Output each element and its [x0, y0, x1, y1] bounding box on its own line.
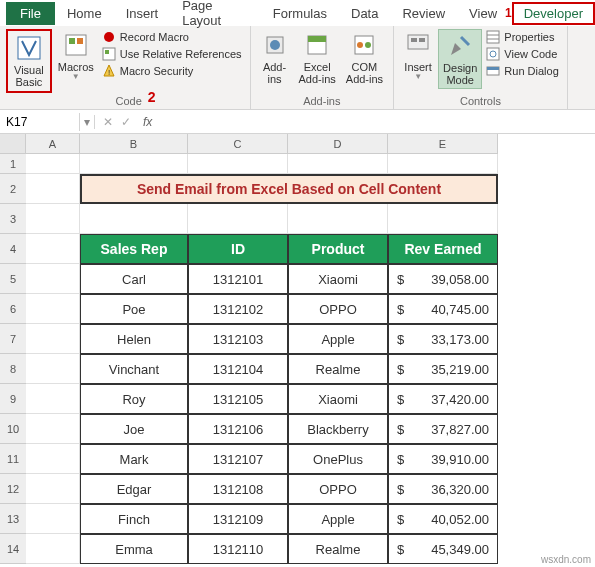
cell[interactable] [188, 204, 288, 234]
cell-sales-rep[interactable]: Finch [80, 504, 188, 534]
row-header[interactable]: 4 [0, 234, 26, 264]
tab-insert[interactable]: Insert [114, 2, 171, 25]
cell[interactable] [188, 154, 288, 174]
cell-product[interactable]: Realme [288, 534, 388, 564]
cell-sales-rep[interactable]: Carl [80, 264, 188, 294]
cell[interactable] [26, 414, 80, 444]
insert-control-button[interactable]: Insert ▼ [400, 29, 436, 84]
use-relative-references-button[interactable]: Use Relative References [100, 46, 244, 62]
visual-basic-button[interactable]: Visual Basic [10, 32, 48, 90]
cell[interactable] [26, 534, 80, 564]
select-all-corner[interactable] [0, 134, 26, 154]
cell-sales-rep[interactable]: Poe [80, 294, 188, 324]
formula-input[interactable] [156, 112, 595, 131]
cell[interactable] [26, 154, 80, 174]
cell[interactable] [388, 154, 498, 174]
cell-product[interactable]: Apple [288, 504, 388, 534]
cell-sales-rep[interactable]: Vinchant [80, 354, 188, 384]
cell-id[interactable]: 1312105 [188, 384, 288, 414]
cell[interactable] [288, 204, 388, 234]
view-code-button[interactable]: View Code [484, 46, 560, 62]
title-cell[interactable]: Send Email from Excel Based on Cell Cont… [80, 174, 498, 204]
header-sales-rep[interactable]: Sales Rep [80, 234, 188, 264]
cell-id[interactable]: 1312101 [188, 264, 288, 294]
cell-rev[interactable]: $33,173.00 [388, 324, 498, 354]
cell-sales-rep[interactable]: Mark [80, 444, 188, 474]
tab-data[interactable]: Data [339, 2, 390, 25]
cancel-formula-icon[interactable]: ✕ [103, 115, 113, 129]
cell-rev[interactable]: $39,910.00 [388, 444, 498, 474]
cell-product[interactable]: Blackberry [288, 414, 388, 444]
cell-rev[interactable]: $37,420.00 [388, 384, 498, 414]
row-header[interactable]: 5 [0, 264, 26, 294]
name-box[interactable] [0, 113, 80, 131]
macros-button[interactable]: Macros ▼ [54, 29, 98, 84]
cell[interactable] [26, 354, 80, 384]
cell[interactable] [26, 324, 80, 354]
row-header[interactable]: 1 [0, 154, 26, 174]
row-header[interactable]: 6 [0, 294, 26, 324]
tab-formulas[interactable]: Formulas [261, 2, 339, 25]
cell[interactable] [26, 474, 80, 504]
cell-rev[interactable]: $40,745.00 [388, 294, 498, 324]
macro-security-button[interactable]: ! Macro Security [100, 63, 244, 79]
cell-sales-rep[interactable]: Helen [80, 324, 188, 354]
row-header[interactable]: 11 [0, 444, 26, 474]
cell-product[interactable]: Xiaomi [288, 264, 388, 294]
design-mode-button[interactable]: Design Mode [438, 29, 482, 89]
row-header[interactable]: 13 [0, 504, 26, 534]
tab-view[interactable]: View [457, 2, 509, 25]
tab-file[interactable]: File [6, 2, 55, 25]
cell-rev[interactable]: $36,320.00 [388, 474, 498, 504]
name-box-dropdown[interactable]: ▾ [80, 115, 95, 129]
header-product[interactable]: Product [288, 234, 388, 264]
row-header[interactable]: 3 [0, 204, 26, 234]
cell[interactable] [26, 504, 80, 534]
cell-sales-rep[interactable]: Edgar [80, 474, 188, 504]
row-header[interactable]: 8 [0, 354, 26, 384]
cell[interactable] [26, 234, 80, 264]
cell-id[interactable]: 1312109 [188, 504, 288, 534]
cell[interactable] [80, 204, 188, 234]
run-dialog-button[interactable]: Run Dialog [484, 63, 560, 79]
cell-product[interactable]: Xiaomi [288, 384, 388, 414]
row-header[interactable]: 2 [0, 174, 26, 204]
col-header[interactable]: E [388, 134, 498, 154]
row-header[interactable]: 14 [0, 534, 26, 564]
cell[interactable] [388, 204, 498, 234]
cell[interactable] [26, 264, 80, 294]
cell-sales-rep[interactable]: Emma [80, 534, 188, 564]
excel-addins-button[interactable]: Excel Add-ins [295, 29, 340, 87]
tab-developer[interactable]: Developer [512, 2, 595, 25]
cell[interactable] [26, 384, 80, 414]
col-header[interactable]: D [288, 134, 388, 154]
row-header[interactable]: 7 [0, 324, 26, 354]
cell[interactable] [26, 294, 80, 324]
header-rev-earned[interactable]: Rev Earned [388, 234, 498, 264]
cell-product[interactable]: OPPO [288, 294, 388, 324]
cell-id[interactable]: 1312110 [188, 534, 288, 564]
cell-rev[interactable]: $35,219.00 [388, 354, 498, 384]
addins-button[interactable]: Add- ins [257, 29, 293, 87]
cell[interactable] [288, 154, 388, 174]
tab-review[interactable]: Review [390, 2, 457, 25]
cell-product[interactable]: Realme [288, 354, 388, 384]
cell-id[interactable]: 1312104 [188, 354, 288, 384]
cell[interactable] [26, 204, 80, 234]
row-header[interactable]: 12 [0, 474, 26, 504]
cell-rev[interactable]: $45,349.00 [388, 534, 498, 564]
cell-id[interactable]: 1312108 [188, 474, 288, 504]
cell-id[interactable]: 1312106 [188, 414, 288, 444]
cell-sales-rep[interactable]: Roy [80, 384, 188, 414]
cell-id[interactable]: 1312102 [188, 294, 288, 324]
cell-id[interactable]: 1312103 [188, 324, 288, 354]
cell-product[interactable]: OnePlus [288, 444, 388, 474]
col-header[interactable]: A [26, 134, 80, 154]
cell[interactable] [26, 174, 80, 204]
cell-product[interactable]: Apple [288, 324, 388, 354]
cell-id[interactable]: 1312107 [188, 444, 288, 474]
row-header[interactable]: 10 [0, 414, 26, 444]
header-id[interactable]: ID [188, 234, 288, 264]
cell-sales-rep[interactable]: Joe [80, 414, 188, 444]
cell-rev[interactable]: $39,058.00 [388, 264, 498, 294]
